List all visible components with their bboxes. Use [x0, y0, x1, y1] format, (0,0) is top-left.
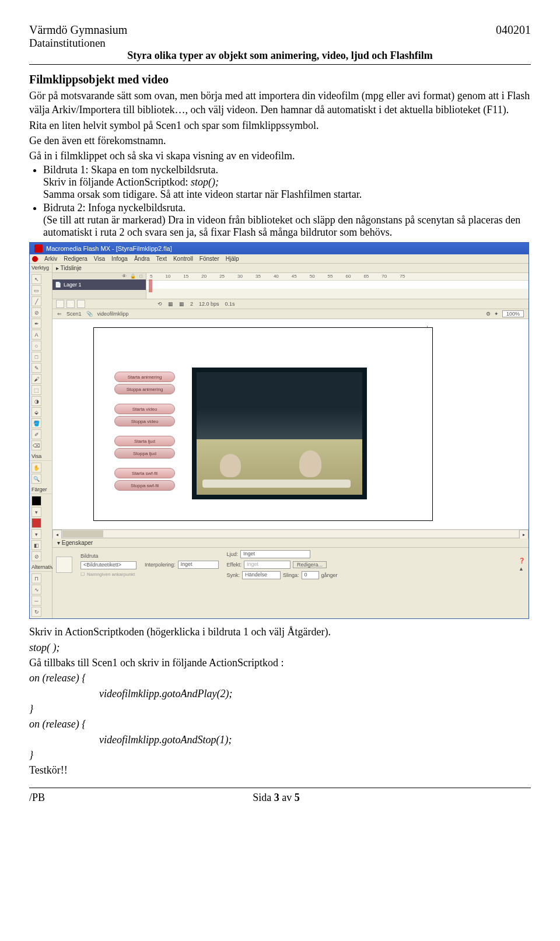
post-code5: on (release) { — [29, 717, 531, 731]
menu-fonster[interactable]: Fönster — [200, 256, 219, 262]
add-folder-icon[interactable] — [66, 300, 75, 308]
sync-label: Synk: — [227, 572, 240, 578]
btn-starta-video[interactable]: Starta video — [114, 404, 175, 414]
effect-select[interactable]: Inget — [244, 561, 290, 569]
option-snap-icon[interactable]: ⊓ — [32, 573, 41, 583]
line-tool-icon[interactable]: ╱ — [32, 296, 41, 306]
pencil-tool-icon[interactable]: ✎ — [32, 363, 41, 373]
menu-hjalp[interactable]: Hjälp — [226, 256, 239, 262]
window-titlebar: Macromedia Flash MX - [StyraFilmklipp2.f… — [30, 243, 528, 254]
symbol-icon[interactable]: ✦ — [494, 311, 499, 317]
eye-icon[interactable]: 👁 — [122, 274, 127, 279]
zoom-tool-icon[interactable]: 🔍 — [32, 474, 41, 484]
timeline-header[interactable]: ▸ Tidslinje — [52, 264, 528, 273]
scene-icon[interactable]: ⚙ — [486, 311, 491, 317]
btn-starta-swf[interactable]: Starta swf-fil — [114, 468, 175, 478]
loop-input[interactable]: 0 — [302, 571, 319, 579]
option-rotate-icon[interactable]: ↻ — [32, 607, 41, 617]
h-scrollbar[interactable]: ◂ ▸ — [52, 530, 528, 538]
help-icon[interactable]: ❓ — [519, 558, 525, 564]
interp-select[interactable]: Inget — [178, 561, 219, 569]
fill-swap-icon[interactable]: ▾ — [32, 529, 41, 539]
ruler-75: 75 — [400, 274, 405, 279]
btn-stoppa-ljud[interactable]: Stoppa ljud — [114, 448, 175, 459]
layer-row[interactable]: 📄 Lager 1 — [52, 279, 146, 290]
stage-canvas: Starta animering Stoppa animering Starta… — [93, 327, 433, 521]
timeline-ruler[interactable]: 5 10 15 20 25 30 35 40 45 50 55 60 65 70 — [146, 273, 528, 299]
playhead-icon[interactable] — [149, 279, 152, 292]
default-colors-icon[interactable]: ◧ — [32, 540, 41, 550]
scene-back[interactable]: Scen1 — [66, 311, 82, 317]
btn-stoppa-video[interactable]: Stoppa video — [114, 416, 175, 426]
arrow-tool-icon[interactable]: ↖ — [32, 274, 41, 284]
ruler-70: 70 — [382, 274, 387, 279]
hand-tool-icon[interactable]: ✋ — [32, 463, 41, 473]
oval-tool-icon[interactable]: ○ — [32, 341, 41, 351]
menu-arkiv[interactable]: Arkiv — [44, 256, 57, 262]
menu-bar[interactable]: Arkiv Redigera Visa Infoga Ändra Text Ko… — [30, 254, 528, 264]
scene-bar: ⇐ Scen1 📎 videofilmklipp ⚙ ✦ 100% — [52, 309, 528, 319]
menu-andra[interactable]: Ändra — [134, 256, 150, 262]
btn-starta-animering[interactable]: Starta animering — [114, 372, 175, 382]
menu-redigera[interactable]: Redigera — [64, 256, 88, 262]
rect-tool-icon[interactable]: □ — [32, 352, 41, 362]
paintbucket-tool-icon[interactable]: 🪣 — [32, 418, 41, 428]
stroke-color-icon[interactable] — [32, 496, 41, 506]
subselect-tool-icon[interactable]: ▭ — [32, 285, 41, 295]
fill-color-icon[interactable] — [32, 518, 41, 528]
department: Datainstitutionen — [29, 37, 531, 50]
lock-icon[interactable]: 🔒 — [130, 274, 136, 279]
stage[interactable]: + Starta animering Stoppa animering Star… — [52, 319, 528, 530]
brush-tool-icon[interactable]: 🖌 — [32, 374, 41, 384]
ruler-40: 40 — [274, 274, 279, 279]
delete-layer-icon[interactable] — [77, 300, 85, 308]
post-line2: Gå tillbaks till Scen1 och skriv in följ… — [29, 656, 531, 670]
tools-label: Verktyg — [30, 264, 52, 272]
btn-stoppa-animering[interactable]: Stoppa animering — [114, 384, 175, 394]
menu-kontroll[interactable]: Kontroll — [173, 256, 193, 262]
doc-title: Styra olika typer av objekt som animerin… — [29, 50, 531, 62]
btn-stoppa-swf[interactable]: Stoppa swf-fil — [114, 480, 175, 491]
post-code2: on (release) { — [29, 671, 531, 685]
timeline-label: Tidslinje — [61, 265, 82, 271]
eyedropper-tool-icon[interactable]: ✐ — [32, 429, 41, 439]
scroll-thumb[interactable] — [62, 530, 103, 537]
sound-select[interactable]: Inget — [240, 550, 310, 558]
scroll-left-icon[interactable]: ◂ — [52, 530, 62, 539]
option-straighten-icon[interactable]: ─ — [32, 596, 41, 606]
options-label: Alternativ — [30, 563, 52, 572]
frame-label-input[interactable]: <Bildruteetikett> — [80, 561, 136, 569]
page-footer: /PB Sida 3 av 5 — [29, 792, 531, 804]
stroke-swap-icon[interactable]: ▾ — [32, 507, 41, 517]
scroll-right-icon[interactable]: ▸ — [519, 530, 528, 539]
flash-screenshot: Macromedia Flash MX - [StyraFilmklipp2.f… — [29, 242, 529, 619]
expand-icon[interactable]: ▲ — [519, 566, 525, 572]
sync-select[interactable]: Händelse — [242, 571, 281, 579]
effect-label: Effekt: — [227, 562, 242, 568]
edit-button[interactable]: Redigera... — [293, 561, 327, 568]
add-layer-icon[interactable] — [56, 300, 64, 308]
post-code3: videofilmklipp.gotoAndPlay(2); — [29, 687, 531, 701]
menu-text[interactable]: Text — [156, 256, 167, 262]
outline-icon[interactable]: □ — [139, 274, 142, 279]
properties-header[interactable]: ▾ Egenskaper — [52, 538, 528, 548]
inkbottle-tool-icon[interactable]: ⬙ — [32, 407, 41, 417]
btn-starta-ljud[interactable]: Starta ljud — [114, 436, 175, 446]
app-dot-icon — [32, 256, 38, 262]
menu-infoga[interactable]: Infoga — [111, 256, 128, 262]
named-anchor-checkbox[interactable]: Namngiven ankarpunkt — [87, 572, 135, 577]
text-tool-icon[interactable]: A — [32, 330, 41, 340]
post-code1: stop( ); — [29, 641, 531, 655]
pen-tool-icon[interactable]: ✒ — [32, 319, 41, 328]
transform-tool-icon[interactable]: ⬚ — [32, 385, 41, 395]
bullet1-line3: Samma orsak som tidigare. Så att inte vi… — [43, 188, 362, 200]
fill-transform-tool-icon[interactable]: ◑ — [32, 396, 41, 406]
nocolor-icon[interactable]: ⊘ — [32, 551, 41, 561]
video-preview — [192, 368, 367, 499]
zoom-value[interactable]: 100% — [502, 310, 524, 317]
eraser-tool-icon[interactable]: ⌫ — [32, 440, 41, 450]
menu-visa[interactable]: Visa — [94, 256, 105, 262]
option-smooth-icon[interactable]: ∿ — [32, 585, 41, 594]
lasso-tool-icon[interactable]: ⊘ — [32, 307, 41, 317]
footer-rule — [29, 788, 531, 788]
